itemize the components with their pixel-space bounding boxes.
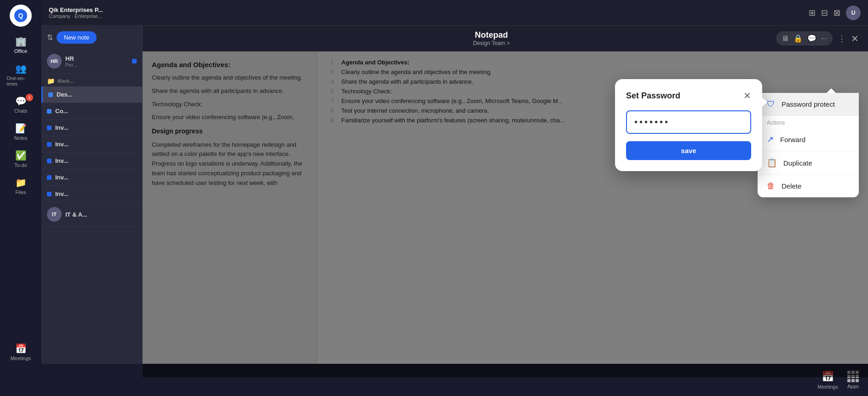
sort-icon[interactable]: ⇅: [47, 33, 53, 42]
office-icon: 🏢: [15, 36, 27, 47]
invest5-name: Inv...: [55, 190, 69, 197]
sidebar-item-one-on-ones[interactable]: 👥 One-on-ones: [5, 59, 37, 90]
invest2-name: Inv...: [55, 141, 69, 148]
content-dot: [47, 109, 52, 114]
actions-section-label: Actions: [758, 116, 859, 128]
taskbar-apps-label: Apps: [847, 384, 859, 389]
forward-item[interactable]: ↗ Forward: [758, 128, 859, 151]
content-text: Co...: [55, 108, 137, 115]
hr-name: HR: [65, 55, 128, 62]
main-area: Qik Enterprises P... Company · Enterpris…: [41, 0, 868, 396]
sidebar-item-label: Chats: [14, 108, 28, 114]
folder-icon: 📁: [47, 77, 55, 85]
list-item-invest[interactable]: Inv...: [41, 120, 142, 136]
password-input[interactable]: [626, 110, 751, 134]
hr-text: HR Per...: [65, 55, 128, 68]
duplicate-item[interactable]: 📋 Duplicate: [758, 151, 859, 175]
list-item-invest3[interactable]: Inv...: [41, 153, 142, 169]
hr-indicator: [132, 59, 137, 63]
dialog-arrow: [762, 98, 768, 107]
lock-icon[interactable]: 🔒: [793, 33, 804, 44]
app-logo[interactable]: Q: [10, 5, 32, 27]
dialog-close-btn[interactable]: ✕: [743, 90, 751, 101]
save-password-btn[interactable]: save: [626, 141, 751, 160]
hr-avatar: HR: [47, 54, 62, 69]
dialog-title: Set Password: [626, 91, 680, 101]
list-item-it[interactable]: IT IT & A...: [41, 202, 142, 227]
it-name: IT & A...: [65, 211, 137, 218]
sidebar-item-label: One-on-ones: [6, 75, 35, 86]
sidebar-item-meetings[interactable]: 📅 Meetings: [5, 339, 37, 365]
design-dot: [48, 92, 53, 97]
password-protect-label: Password protect: [782, 100, 835, 108]
set-password-dialog: Set Password ✕ save: [615, 79, 762, 171]
list-item-invest2[interactable]: Inv...: [41, 136, 142, 153]
sidebar-toggle-icon[interactable]: ⊠: [834, 8, 840, 18]
screen-icon[interactable]: 🖥: [781, 34, 790, 44]
list-item-invest5[interactable]: Inv...: [41, 186, 142, 202]
notepad-header-center: Notepad Design Team >: [207, 30, 776, 46]
sidebar-item-label: Files: [15, 189, 26, 195]
sidebar-item-todo[interactable]: ✅ To-do: [5, 146, 37, 172]
sidebar-item-files[interactable]: 📁 Files: [5, 173, 37, 199]
delete-item[interactable]: 🗑 Delete: [758, 175, 859, 197]
one-on-ones-icon: 👥: [15, 63, 27, 74]
delete-label: Delete: [782, 182, 801, 190]
duplicate-icon: 📋: [767, 158, 777, 168]
notepad-top-icons: 🖥 🔒 💬 ···: [776, 31, 833, 46]
list-item-hr[interactable]: HR HR Per...: [41, 49, 142, 74]
list-panel: ⇅ New note HR HR Per... 📁 Mark...: [41, 26, 143, 396]
todo-icon: ✅: [15, 150, 27, 161]
list-item-design[interactable]: Des...: [41, 86, 142, 103]
invest-dot: [47, 126, 52, 130]
company-name: Qik Enterprises P...: [49, 6, 103, 13]
notepad-header-right: 🖥 🔒 💬 ··· ⋮ ✕: [776, 31, 859, 46]
invest4-name: Inv...: [55, 174, 69, 181]
sidebar: Q 🏢 Office 👥 One-on-ones 💬 Chats 1 📝 Not…: [0, 0, 41, 396]
sidebar-item-label: Meetings: [11, 356, 31, 361]
user-avatar[interactable]: U: [846, 6, 861, 20]
forward-icon: ↗: [767, 134, 774, 144]
layout-icon[interactable]: ⊟: [821, 8, 828, 18]
topbar: Qik Enterprises P... Company · Enterpris…: [41, 0, 868, 26]
content-row: ⇅ New note HR HR Per... 📁 Mark...: [41, 26, 868, 396]
topbar-company-info: Qik Enterprises P... Company · Enterpris…: [49, 6, 103, 19]
group-name: Mark...: [57, 78, 74, 84]
sidebar-item-label: Notes: [14, 135, 28, 141]
taskbar-meetings-label: Meetings: [817, 384, 838, 390]
password-protect-item[interactable]: 🛡 Password protect: [758, 93, 859, 116]
list-item-content[interactable]: Co...: [41, 103, 142, 120]
list-panel-header: ⇅ New note: [41, 26, 142, 49]
invest5-dot: [47, 192, 52, 196]
notepad-subtitle: Design Team >: [207, 40, 776, 46]
dialog-header: Set Password ✕: [626, 90, 751, 101]
dropdown-arrow: [827, 88, 836, 93]
it-text: IT & A...: [65, 211, 137, 218]
grid-icon[interactable]: ⊞: [809, 8, 816, 18]
more-icon[interactable]: ···: [820, 34, 828, 44]
invest3-name: Inv...: [55, 157, 69, 164]
sidebar-item-office[interactable]: 🏢 Office: [5, 32, 37, 57]
invest4-dot: [47, 175, 52, 180]
design-name: Des...: [57, 91, 137, 98]
list-item-invest4[interactable]: Inv...: [41, 169, 142, 186]
close-notepad-btn[interactable]: ✕: [851, 33, 859, 44]
dropdown-menu: 🛡 Password protect Actions ↗ Forward 📋 D…: [758, 93, 859, 197]
marketing-group-label: 📁 Mark...: [41, 74, 142, 86]
notes-icon: 📝: [15, 123, 27, 134]
notepad-title: Notepad: [207, 30, 776, 40]
it-avatar: IT: [47, 207, 62, 222]
design-text: Des...: [57, 91, 137, 98]
note-panel: Agenda and Objectives: Clearly outline t…: [143, 52, 868, 377]
chat-icon[interactable]: 💬: [806, 33, 817, 44]
files-icon: 📁: [15, 177, 27, 188]
three-dots-btn[interactable]: ⋮: [837, 34, 846, 43]
duplicate-label: Duplicate: [783, 159, 812, 167]
notepad-area: Notepad Design Team > 🖥 🔒 💬 ··· ⋮ ✕: [143, 26, 868, 396]
sidebar-item-notes[interactable]: 📝 Notes: [5, 119, 37, 144]
sidebar-item-label: Office: [14, 48, 28, 54]
invest2-dot: [47, 142, 52, 147]
notepad-header: Notepad Design Team > 🖥 🔒 💬 ··· ⋮ ✕: [143, 26, 868, 52]
sidebar-item-chats[interactable]: 💬 Chats 1: [5, 92, 37, 117]
new-note-button[interactable]: New note: [57, 31, 97, 44]
